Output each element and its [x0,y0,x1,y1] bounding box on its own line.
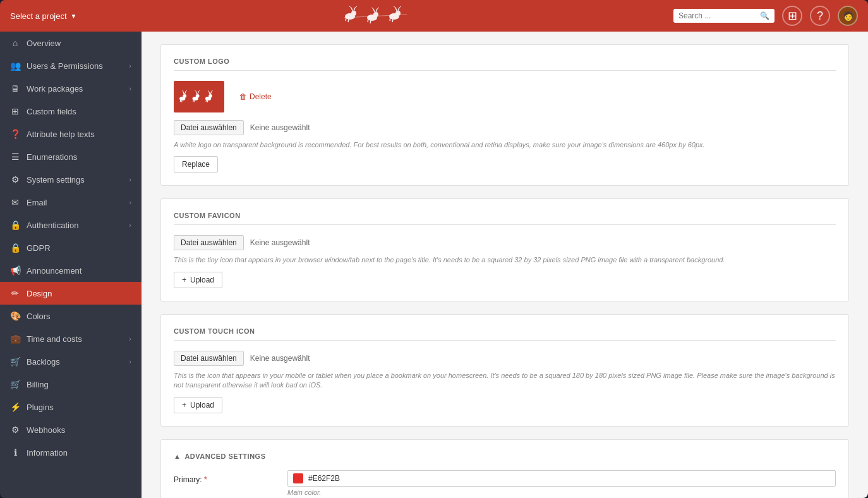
svg-line-45 [208,90,209,92]
app-wrapper: Select a project ▼ [0,0,868,498]
project-selector[interactable]: Select a project ▼ [10,11,77,21]
plugin-icon: ⚡ [10,402,20,412]
replace-button[interactable]: Replace [174,156,218,173]
logo-hint: A white logo on transparent background i… [174,140,836,150]
pencil-icon: ✏ [10,288,20,298]
sidebar-item-billing[interactable]: 🛒 Billing [0,373,142,396]
svg-line-6 [346,18,346,21]
avatar[interactable]: 🧑 [838,6,858,26]
plus-icon: + [182,401,186,410]
custom-touch-icon-section: CUSTOM TOUCH ICON Datei auswählen Keine … [160,314,849,427]
upload-touch-icon-button[interactable]: + Upload [174,397,222,413]
primary-color-swatch[interactable] [293,473,303,483]
touch-icon-file-row: Datei auswählen Keine ausgewählt [174,351,836,366]
gear-icon: ⚙ [10,174,20,185]
favicon-file-row: Datei auswählen Keine ausgewählt [174,235,836,250]
help-icon[interactable]: ? [810,6,830,26]
arrow-icon: › [129,85,131,92]
svg-line-12 [371,8,373,9]
svg-line-39 [193,100,194,102]
arrow-icon: › [129,221,131,229]
choose-favicon-file-button[interactable]: Datei auswählen [174,235,244,250]
choose-touch-icon-file-button[interactable]: Datei auswählen [174,351,244,366]
touch-icon-hint: This is the icon that appears in your mo… [174,371,836,391]
primary-color-label: Primary: * [174,470,275,484]
sidebar-item-email[interactable]: ✉ Email › [0,191,142,214]
sidebar-item-enumerations[interactable]: ☰ Enumerations [0,145,142,168]
brand-logo [337,5,413,24]
advanced-settings-header[interactable]: ▲ ADVANCED SETTINGS [174,452,836,460]
svg-line-18 [395,8,397,11]
upload-favicon-button[interactable]: + Upload [174,272,222,288]
sidebar-item-plugins[interactable]: ⚡ Plugins [0,396,142,418]
sidebar-item-announcement[interactable]: 📢 Announcement [0,259,142,282]
arrow-icon: › [129,176,131,183]
required-marker: * [204,475,207,484]
svg-line-15 [370,20,371,23]
cart-icon: 🛒 [10,356,20,367]
svg-line-11 [376,9,377,12]
svg-line-43 [209,92,210,94]
trash-icon: 🗑 [239,92,247,101]
sidebar-item-authentication[interactable]: 🔒 Authentication › [0,214,142,236]
announcement-icon: 📢 [10,265,20,276]
svg-line-27 [183,92,184,94]
svg-line-40 [195,100,195,102]
svg-line-44 [210,92,212,94]
arrow-icon: › [129,198,131,206]
sidebar-item-information[interactable]: ℹ Information [0,441,142,464]
svg-line-4 [349,6,351,8]
arrow-icon: › [129,358,131,365]
search-input[interactable] [678,11,756,20]
delete-logo-button[interactable]: 🗑 Delete [234,90,277,104]
search-box[interactable]: 🔍 [673,9,775,23]
svg-line-3 [354,8,355,11]
chevron-down-icon: ▼ [71,13,77,20]
home-icon: ⌂ [10,38,20,48]
svg-line-23 [392,19,393,22]
sidebar-item-system-settings[interactable]: ⚙ System settings › [0,168,142,191]
sidebar-item-overview[interactable]: ⌂ Overview [0,32,142,54]
sidebar-item-label: Backlogs [27,357,123,367]
sidebar-item-label: Work packages [27,84,123,94]
sidebar-item-work-packages[interactable]: 🖥 Work packages › [0,77,142,100]
delete-label: Delete [250,92,272,101]
primary-color-hint: Main color. [287,489,836,496]
sidebar-item-label: Enumerations [27,152,131,162]
primary-color-input[interactable] [308,474,830,483]
lock-icon: 🔒 [10,243,20,253]
svg-line-21 [399,6,401,8]
svg-line-19 [398,8,399,11]
help-circle-icon: ❓ [10,129,20,139]
upload-label: Upload [190,401,214,410]
sidebar-item-label: Attribute help texts [27,130,131,139]
svg-line-38 [198,90,200,92]
grid-icon[interactable]: ⊞ [782,6,802,26]
svg-line-10 [373,9,375,12]
sidebar-item-colors[interactable]: 🎨 Colors [0,305,142,327]
sidebar-item-custom-fields[interactable]: ⊞ Custom fields [0,100,142,123]
sidebar-item-label: Colors [27,312,131,321]
info-icon: ℹ [10,447,20,458]
sidebar-item-attribute-help-texts[interactable]: ❓ Attribute help texts [0,123,142,145]
custom-favicon-section: CUSTOM FAVICON Datei auswählen Keine aus… [160,198,849,301]
search-icon: 🔍 [760,11,769,20]
advanced-settings-title: ADVANCED SETTINGS [184,452,265,460]
grid-icon: ⊞ [10,106,20,116]
sidebar-item-backlogs[interactable]: 🛒 Backlogs › [0,350,142,373]
advanced-settings-section: ▲ ADVANCED SETTINGS Primary: * Main colo… [160,439,849,498]
sidebar-item-gdpr[interactable]: 🔒 GDPR [0,236,142,259]
logo-area [337,5,413,27]
arrow-icon: › [129,335,131,343]
svg-line-29 [182,90,183,92]
webhook-icon: ⚙ [10,425,20,435]
sidebar-item-label: Users & Permissions [27,61,123,71]
sidebar-item-webhooks[interactable]: ⚙ Webhooks [0,418,142,441]
sidebar-item-users-permissions[interactable]: 👥 Users & Permissions › [0,54,142,77]
sidebar-item-design[interactable]: ✏ Design [0,282,142,305]
sidebar-item-label: Overview [27,39,131,48]
top-bar-right: 🔍 ⊞ ? 🧑 [673,6,858,26]
svg-line-5 [355,6,357,8]
choose-file-button[interactable]: Datei auswählen [174,120,244,135]
sidebar-item-time-costs[interactable]: 💼 Time and costs › [0,327,142,350]
